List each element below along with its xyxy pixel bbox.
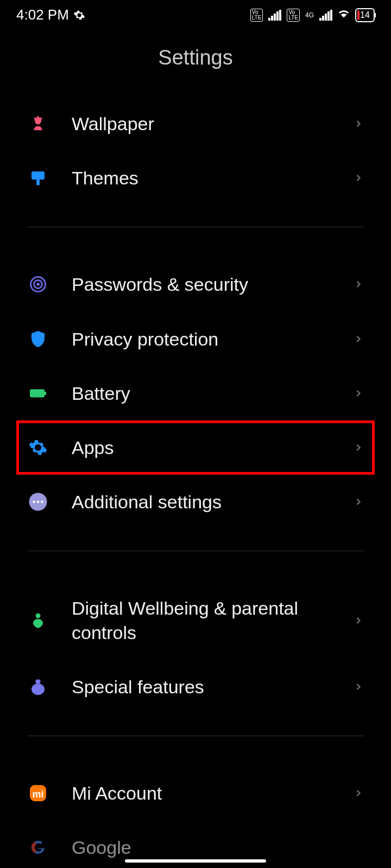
chevron-right-icon — [353, 615, 364, 626]
nav-handle[interactable] — [125, 859, 266, 863]
status-time: 4:02 PM — [16, 7, 69, 23]
divider — [27, 227, 364, 227]
svg-rect-1 — [36, 180, 40, 186]
settings-list: Wallpaper Themes Passwords & security Pr… — [0, 97, 391, 868]
svg-point-9 — [33, 501, 35, 503]
item-label: Additional settings — [72, 490, 353, 514]
chevron-right-icon — [353, 681, 364, 692]
fingerprint-icon — [27, 273, 49, 295]
gear-icon — [27, 437, 49, 458]
svg-point-13 — [31, 684, 45, 695]
chevron-right-icon — [353, 388, 364, 399]
svg-rect-5 — [30, 389, 45, 397]
more-icon — [27, 491, 49, 513]
chevron-right-icon — [353, 442, 364, 453]
svg-rect-6 — [45, 392, 46, 395]
chevron-right-icon — [353, 118, 364, 129]
settings-item-apps[interactable]: Apps — [16, 420, 375, 475]
settings-item-additional[interactable]: Additional settings — [27, 475, 364, 529]
chevron-right-icon — [353, 279, 364, 290]
item-label: Wallpaper — [72, 112, 353, 136]
svg-point-10 — [37, 501, 40, 503]
chevron-right-icon — [353, 334, 364, 344]
tulip-icon — [27, 113, 49, 135]
potion-icon — [27, 676, 49, 698]
wifi-icon — [338, 7, 350, 23]
svg-rect-14 — [36, 679, 41, 684]
shield-icon — [27, 328, 49, 350]
settings-item-miaccount[interactable]: mi Mi Account — [27, 766, 364, 820]
svg-point-4 — [37, 284, 39, 285]
battery-level: 14 — [360, 10, 370, 20]
network-label: 4G — [305, 12, 314, 18]
mi-icon: mi — [27, 782, 49, 804]
item-label: Themes — [72, 166, 353, 190]
item-label: Apps — [72, 436, 353, 459]
status-left: 4:02 PM — [16, 7, 85, 23]
item-label: Passwords & security — [72, 272, 353, 296]
volte-icon: VoLTE — [287, 9, 300, 22]
gear-icon — [73, 9, 85, 21]
item-label: Special features — [72, 675, 353, 699]
person-heart-icon — [27, 610, 49, 631]
battery-icon: 14 — [355, 8, 375, 22]
svg-point-7 — [36, 445, 41, 450]
chevron-right-icon — [353, 496, 364, 507]
item-label: Mi Account — [72, 781, 353, 805]
volte-icon: VoLTE — [250, 9, 263, 22]
settings-item-wellbeing[interactable]: Digital Wellbeing & parental controls — [27, 581, 364, 659]
settings-item-battery[interactable]: Battery — [27, 366, 364, 420]
divider — [27, 551, 364, 551]
settings-item-special[interactable]: Special features — [27, 660, 364, 714]
item-label: Privacy protection — [72, 327, 353, 351]
status-right: VoLTE VoLTE 4G 14 — [250, 7, 375, 23]
settings-item-themes[interactable]: Themes — [27, 151, 364, 205]
item-label: Google — [72, 835, 364, 859]
status-bar: 4:02 PM VoLTE VoLTE 4G 14 — [0, 0, 391, 30]
signal-icon — [319, 10, 332, 21]
google-icon — [27, 837, 49, 858]
settings-item-privacy[interactable]: Privacy protection — [27, 312, 364, 366]
svg-point-12 — [36, 613, 41, 618]
settings-item-wallpaper[interactable]: Wallpaper — [27, 97, 364, 151]
settings-item-passwords[interactable]: Passwords & security — [27, 257, 364, 311]
signal-icon — [268, 10, 281, 21]
item-label: Battery — [72, 381, 353, 405]
svg-text:mi: mi — [32, 788, 43, 799]
svg-rect-0 — [31, 171, 45, 180]
chevron-right-icon — [353, 788, 364, 799]
item-label: Digital Wellbeing & parental controls — [72, 596, 353, 644]
battery-icon — [27, 382, 49, 404]
brush-icon — [27, 167, 49, 189]
page-title: Settings — [0, 30, 391, 97]
svg-point-11 — [41, 501, 43, 503]
divider — [27, 736, 364, 736]
chevron-right-icon — [353, 173, 364, 183]
